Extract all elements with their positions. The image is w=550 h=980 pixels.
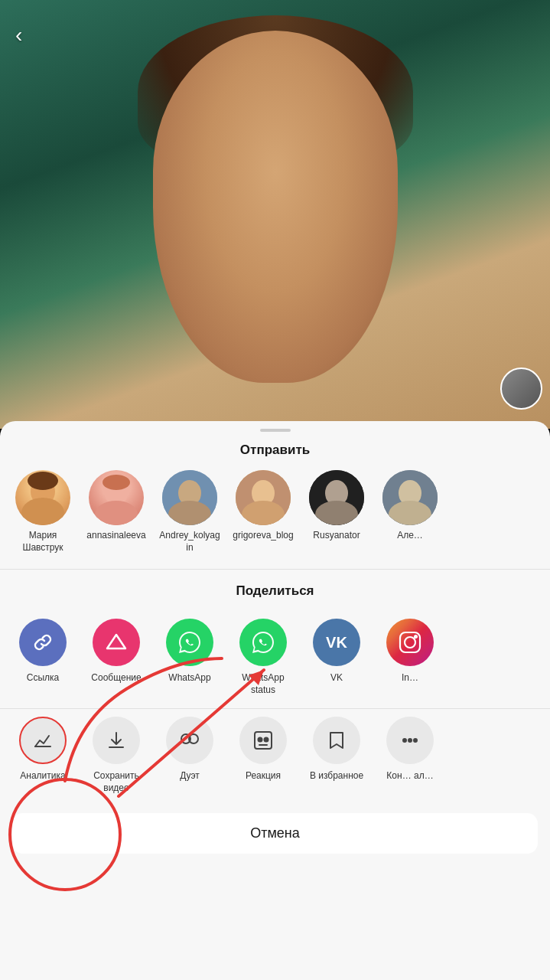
action-duet[interactable]: Дуэт (159, 717, 220, 794)
action-name: Аналитика (20, 770, 65, 782)
user-name: Але… (397, 530, 423, 542)
action-name: Дуэт (180, 770, 200, 782)
download-icon (106, 730, 127, 751)
user-item[interactable]: Мария Шавструк (12, 470, 73, 554)
user-avatar (15, 470, 70, 525)
user-avatar (382, 470, 438, 525)
action-analytics[interactable]: Аналитика (12, 717, 73, 794)
user-name: Мария Шавструк (12, 530, 73, 554)
svg-point-4 (95, 501, 138, 525)
reaction-icon (252, 730, 274, 751)
app-name: Ссылка (27, 672, 59, 684)
action-name: Кон… ал… (386, 770, 433, 782)
user-avatar (89, 470, 144, 525)
app-link[interactable]: Ссылка (12, 619, 73, 696)
app-name: WhatsApp (168, 672, 210, 684)
instagram-icon (386, 619, 434, 666)
svg-point-28 (259, 738, 262, 742)
action-reaction[interactable]: Реакция (233, 717, 294, 794)
user-item[interactable]: Andrey_kolyagin (159, 470, 220, 554)
svg-point-21 (415, 635, 417, 638)
whatsapp-status-icon (239, 619, 287, 666)
svg-point-32 (414, 739, 417, 742)
app-name: VK (330, 672, 343, 684)
user-avatar (309, 470, 364, 525)
save-icon-wrap (93, 717, 140, 764)
duet-icon-wrap (166, 717, 213, 764)
user-name: grigoreva_blog (233, 530, 293, 542)
svg-point-31 (408, 739, 412, 742)
action-name: Реакция (246, 770, 281, 782)
divider-2 (0, 708, 550, 709)
user-item[interactable]: annasinaleeva (86, 470, 147, 554)
svg-point-20 (405, 637, 415, 648)
bottom-sheet: Отправить Мария Шавструк annasinaleeva A… (0, 421, 550, 980)
action-more[interactable]: Кон… ал… (379, 717, 441, 794)
more-icon-wrap (386, 717, 434, 764)
duet-icon (179, 730, 200, 751)
action-name: В избранное (310, 770, 363, 782)
bookmark-icon-wrap (313, 717, 360, 764)
user-item[interactable]: Але… (379, 470, 441, 554)
svg-point-1 (21, 498, 64, 525)
user-name: Rusyanator (313, 530, 360, 542)
action-bookmark[interactable]: В избранное (306, 717, 367, 794)
face (153, 31, 398, 383)
user-avatar (236, 470, 291, 525)
action-save-video[interactable]: Сохранить видео (86, 717, 147, 794)
action-name: Сохранить видео (86, 770, 147, 794)
apps-row: Ссылка Сообщение WhatsApp (0, 611, 550, 708)
app-name: Сообщение (91, 672, 141, 684)
app-vk[interactable]: VK VK (306, 619, 367, 696)
svg-marker-18 (107, 635, 125, 648)
more-icon (399, 730, 421, 751)
svg-point-29 (265, 738, 268, 742)
video-background (0, 0, 550, 429)
app-name: WhatsApp status (233, 672, 294, 696)
user-name: Andrey_kolyagin (159, 530, 220, 554)
app-message[interactable]: Сообщение (86, 619, 147, 696)
divider (0, 569, 550, 570)
user-item[interactable]: Rusyanator (306, 470, 367, 554)
bookmark-icon (326, 730, 347, 751)
users-row: Мария Шавструк annasinaleeva Andrey_koly… (0, 470, 550, 569)
avatar-top-right (500, 368, 542, 410)
send-title: Отправить (0, 432, 550, 470)
analytics-icon-wrap (19, 717, 67, 764)
whatsapp-icon (166, 619, 213, 666)
svg-point-2 (28, 472, 58, 490)
message-icon (93, 619, 140, 666)
user-avatar (162, 470, 217, 525)
user-name: annasinaleeva (86, 530, 145, 542)
share-title: Поделиться (0, 573, 550, 611)
reaction-icon-wrap (239, 717, 287, 764)
user-item[interactable]: grigoreva_blog (233, 470, 294, 554)
cancel-button[interactable]: Отмена (12, 813, 538, 854)
svg-point-5 (103, 475, 130, 490)
analytics-icon (32, 730, 54, 751)
app-whatsapp[interactable]: WhatsApp (159, 619, 220, 696)
back-button[interactable]: ‹ (15, 23, 22, 47)
svg-rect-27 (255, 732, 272, 749)
actions-row: Аналитика Сохранить видео Дуэт (0, 712, 550, 806)
svg-point-30 (403, 739, 406, 742)
vk-icon: VK (313, 619, 360, 666)
app-instagram[interactable]: In… (379, 619, 441, 696)
app-whatsapp-status[interactable]: WhatsApp status (233, 619, 294, 696)
link-icon (19, 619, 67, 666)
app-name: In… (402, 672, 418, 684)
